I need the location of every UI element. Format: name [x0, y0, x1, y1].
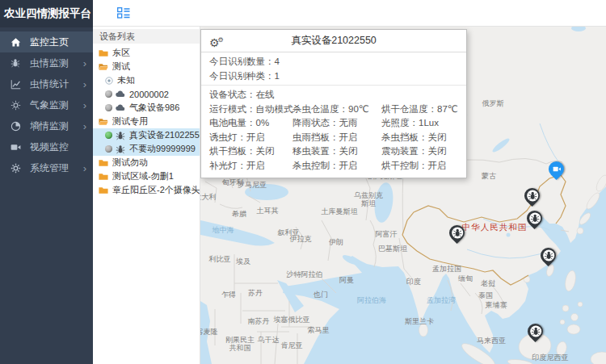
bug-icon [116, 144, 125, 154]
chevron-right-icon: › [83, 121, 86, 132]
popup-divider [201, 85, 466, 86]
chevron-right-icon: › [83, 79, 86, 90]
popup-status-row: 设备状态：在线 [209, 88, 458, 103]
tree-item-label: 测试勿动 [112, 157, 148, 169]
tree-item-label: 未知 [117, 74, 135, 86]
device-info-popup: ⚙⚙ 真实设备21022550 今日识别数量：4今日识别种类：1设备状态：在线运… [200, 29, 467, 178]
cloud-icon [116, 90, 125, 98]
folder-closed-icon [99, 186, 108, 195]
tree-item[interactable]: 20000002 [93, 87, 200, 101]
bug-icon [10, 57, 21, 69]
sidebar-item-label: 视频监控 [30, 140, 86, 154]
app-title: 农业四情测报平台 [0, 0, 93, 27]
home-icon [10, 36, 21, 48]
tree-item[interactable]: 章丘阳丘区-2个摄像头 [93, 183, 200, 197]
chevron-right-icon: › [83, 58, 86, 69]
cloud-icon [116, 104, 125, 111]
tree-item-label: 测试 [112, 61, 130, 73]
status-dot-gray [105, 90, 112, 98]
popup-stat-row: 今日识别种类：1 [209, 69, 458, 84]
folder-open-icon [99, 63, 108, 71]
tree-item-label: 气象设备986 [129, 102, 179, 114]
bug-icon [116, 131, 125, 140]
popup-header: ⚙⚙ 真实设备21022550 [201, 30, 466, 52]
chevron-right-icon: › [83, 163, 86, 174]
popup-grid-row: 补光灯：开启杀虫控制：开启烘干控制：开启 [209, 159, 458, 174]
status-dot-gray [105, 104, 112, 111]
app-window: 农业四情测报平台 监控主页虫情监测›虫情统计›气象监测›墒情监测›视频监控系统管… [0, 0, 606, 364]
tree-item-label: 不要动99999999 [129, 143, 196, 155]
bug-icon [451, 228, 462, 239]
moisture-icon [10, 120, 21, 132]
folder-open-icon [99, 118, 108, 126]
settings-icon[interactable]: ⚙⚙ [209, 32, 224, 51]
sidebar-item-label: 虫情统计 [30, 77, 83, 91]
radio-icon [105, 77, 113, 85]
device-panel: 设备列表 东区测试未知20000002气象设备986测试专用真实设备210225… [93, 27, 200, 364]
tree-item[interactable]: 东区 [93, 46, 200, 60]
tree-item[interactable]: 测试专用 [93, 115, 200, 128]
folder-closed-icon [99, 49, 108, 57]
popup-field: 震动装置：关闭 [381, 144, 458, 159]
bug-icon [542, 250, 553, 261]
tree-item[interactable]: 测试 [93, 60, 200, 73]
tree-item-label: 东区 [112, 47, 130, 59]
sidebar-item-label: 墒情监测 [30, 119, 83, 133]
tree-item[interactable]: 气象设备986 [93, 101, 200, 115]
sidebar-item-label: 虫情监测 [30, 56, 83, 70]
popup-field: 电池电量：0% [209, 116, 292, 131]
popup-stat-row: 今日识别数量：4 [209, 55, 458, 69]
popup-grid-row: 烘干挡板：关闭移虫装置：关闭震动装置：关闭 [209, 144, 458, 159]
bug-icon [528, 213, 540, 224]
tree-item[interactable]: 未知 [93, 73, 200, 87]
popup-field: 烘干挡板：关闭 [209, 144, 292, 159]
popup-field: 杀虫挡板：关闭 [381, 131, 458, 145]
chevron-right-icon: › [83, 100, 86, 111]
popup-field: 烘干控制：开启 [381, 159, 458, 174]
popup-body: 今日识别数量：4今日识别种类：1设备状态：在线运行模式：自动模式杀虫仓温度：90… [201, 52, 466, 178]
weather-icon [10, 99, 21, 111]
popup-field: 虫雨挡板：开启 [292, 131, 381, 145]
camera-icon [550, 164, 562, 175]
tree-item[interactable]: 测试区域-勿删1 [93, 169, 200, 183]
tree-item-label: 20000002 [129, 90, 169, 99]
popup-field: 移虫装置：关闭 [292, 144, 381, 159]
gear-icon [10, 162, 21, 174]
popup-field: 烘干仓温度：87℃ [381, 103, 458, 117]
sidebar-menu: 监控主页虫情监测›虫情统计›气象监测›墒情监测›视频监控系统管理› [0, 31, 93, 178]
popup-field: 光照度：1Lux [381, 116, 458, 131]
sidebar-item-label: 监控主页 [30, 36, 86, 49]
map-canvas[interactable]: 俄罗斯蒙古哈萨克斯坦捷克乌克兰匈牙利罗马尼亚意大利希腊土耳其乌兹别克 斯坦土库曼… [200, 27, 606, 364]
popup-title: 真实设备21022550 [291, 34, 377, 48]
tree-item-label: 真实设备21022550 [129, 129, 200, 141]
bug-icon [526, 190, 537, 202]
status-dot-gray [105, 145, 112, 153]
folder-closed-icon [99, 159, 108, 167]
sidebar-item-bug[interactable]: 虫情监测› [0, 52, 93, 73]
sidebar-item-weather[interactable]: 气象监测› [0, 94, 93, 115]
tree-item-label: 测试专用 [112, 115, 148, 128]
status-dot-green [105, 132, 112, 139]
popup-grid-row: 运行模式：自动模式杀虫仓温度：90℃烘干仓温度：87℃ [209, 103, 458, 117]
sidebar-item-video[interactable]: 视频监控 [0, 136, 93, 157]
layout-toggle-icon[interactable] [117, 7, 130, 19]
popup-grid-row: 电池电量：0%降雨状态：无雨光照度：1Lux [209, 116, 458, 131]
tree-item-label: 测试区域-勿删1 [112, 170, 174, 182]
bug-icon [529, 326, 541, 337]
device-tree: 东区测试未知20000002气象设备986测试专用真实设备21022550不要动… [93, 44, 200, 197]
popup-field: 诱虫灯：开启 [209, 131, 292, 145]
sidebar-item-chart[interactable]: 虫情统计› [0, 73, 93, 94]
sidebar-item-label: 系统管理 [30, 161, 83, 175]
popup-field: 降雨状态：无雨 [292, 116, 381, 131]
sidebar-item-home[interactable]: 监控主页 [0, 31, 93, 52]
sidebar-item-gear[interactable]: 系统管理› [0, 157, 93, 178]
tree-item-label: 章丘阳丘区-2个摄像头 [112, 184, 200, 196]
tree-item[interactable]: 测试勿动 [93, 156, 200, 169]
video-icon [10, 141, 21, 153]
tree-item[interactable]: 真实设备21022550 [93, 128, 200, 142]
chart-icon [10, 78, 21, 90]
tree-item[interactable]: 不要动99999999 [93, 142, 200, 156]
sidebar-item-label: 气象监测 [30, 98, 83, 112]
sidebar-item-moisture[interactable]: 墒情监测› [0, 115, 93, 136]
sidebar: 农业四情测报平台 监控主页虫情监测›虫情统计›气象监测›墒情监测›视频监控系统管… [0, 0, 93, 364]
